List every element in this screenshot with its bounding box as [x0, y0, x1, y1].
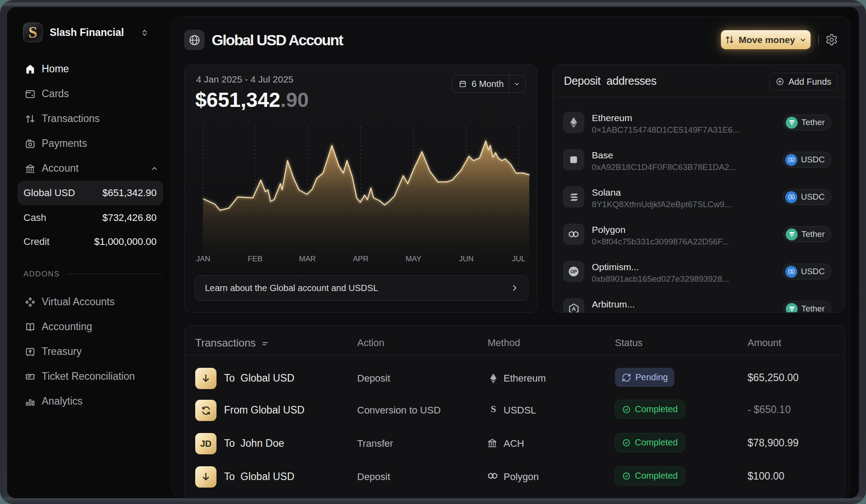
svg-text:S: S — [491, 404, 496, 414]
svg-text:S: S — [28, 24, 37, 41]
svg-text:OP: OP — [571, 269, 577, 274]
